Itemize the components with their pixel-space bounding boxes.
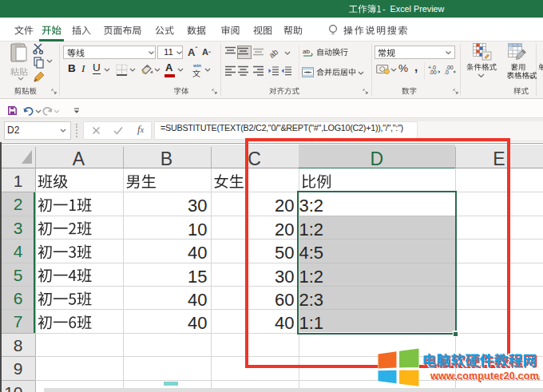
svg-text:ab: ab [303,48,310,55]
svg-text:.0: .0 [444,69,449,74]
svg-text:.00: .00 [429,69,437,74]
